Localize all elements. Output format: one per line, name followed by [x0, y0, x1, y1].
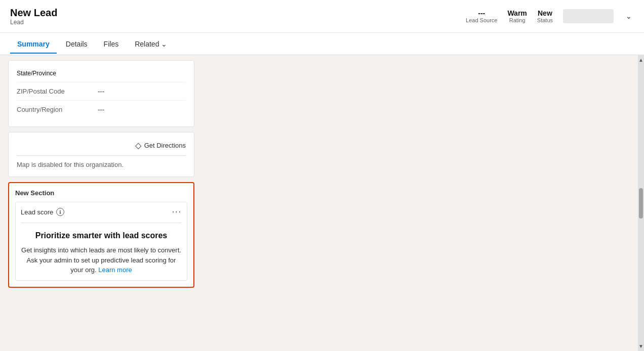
lead-score-heading: Prioritize smarter with lead scores	[21, 231, 182, 240]
zip-row: ZIP/Postal Code ---	[17, 82, 186, 101]
lead-score-header: Lead score ℹ ···	[21, 207, 182, 216]
right-panel: ▲ ▼	[203, 55, 644, 351]
zip-value: ---	[98, 87, 104, 95]
nav-tabs: Summary Details Files Related ⌄	[0, 33, 644, 55]
map-card: ◇ Get Directions Map is disabled for thi…	[8, 132, 194, 177]
new-status-field[interactable]: New Status	[537, 9, 553, 24]
tab-details[interactable]: Details	[59, 35, 95, 53]
scroll-down-arrow[interactable]: ▼	[636, 341, 644, 351]
tab-files[interactable]: Files	[97, 35, 126, 53]
header-fields: --- Lead Source Warm Rating New Status ⌄	[466, 9, 634, 24]
new-section-title: New Section	[15, 189, 187, 197]
get-directions-button[interactable]: ◇ Get Directions	[135, 141, 186, 150]
lead-score-content: Prioritize smarter with lead scores Get …	[21, 223, 182, 275]
new-status-label: Status	[537, 17, 553, 23]
zip-label: ZIP/Postal Code	[17, 87, 98, 95]
country-label: Country/Region	[17, 106, 98, 113]
lead-score-body: Get insights into which leads are most l…	[21, 245, 182, 275]
header-action-button[interactable]	[563, 9, 614, 23]
scroll-thumb[interactable]	[639, 188, 643, 218]
new-section-card: New Section Lead score ℹ ··· Prioritize …	[8, 182, 194, 288]
lead-score-label: Lead score	[21, 208, 53, 216]
page-subtitle: Lead	[10, 19, 57, 26]
address-card-content: State/Province ZIP/Postal Code --- Count…	[9, 61, 194, 126]
more-options-button[interactable]: ···	[172, 207, 182, 216]
state-province-label: State/Province	[17, 70, 98, 77]
lead-source-label: Lead Source	[466, 17, 497, 23]
country-row: Country/Region ---	[17, 101, 186, 118]
right-scrollbar[interactable]: ▲ ▼	[638, 55, 644, 351]
new-status-value: New	[538, 9, 552, 18]
address-card: State/Province ZIP/Postal Code --- Count…	[8, 60, 194, 127]
tab-related[interactable]: Related ⌄	[128, 35, 174, 53]
country-value: ---	[98, 106, 104, 113]
diamond-icon: ◇	[135, 141, 141, 150]
scroll-up-arrow[interactable]: ▲	[636, 55, 644, 65]
warm-rating-label: Rating	[509, 17, 526, 23]
get-directions-label: Get Directions	[144, 142, 186, 149]
lead-source-field[interactable]: --- Lead Source	[466, 9, 497, 24]
map-divider	[17, 155, 186, 156]
info-icon[interactable]: ℹ	[56, 208, 64, 216]
learn-more-link[interactable]: Learn more	[98, 266, 132, 274]
page-header: New Lead Lead --- Lead Source Warm Ratin…	[0, 0, 644, 33]
main-content: State/Province ZIP/Postal Code --- Count…	[0, 55, 644, 351]
warm-rating-value: Warm	[507, 9, 527, 18]
lead-score-card: Lead score ℹ ··· Prioritize smarter with…	[15, 202, 187, 281]
lead-source-value: ---	[478, 9, 485, 18]
lead-score-label-wrap: Lead score ℹ	[21, 208, 64, 216]
left-panel: State/Province ZIP/Postal Code --- Count…	[0, 55, 203, 351]
warm-rating-field[interactable]: Warm Rating	[507, 9, 527, 24]
header-title-section: New Lead Lead	[10, 7, 57, 26]
state-province-row: State/Province	[17, 65, 186, 82]
page-title: New Lead	[10, 7, 57, 19]
map-disabled-text: Map is disabled for this organization.	[17, 161, 124, 168]
header-chevron-icon[interactable]: ⌄	[624, 10, 634, 22]
tab-summary[interactable]: Summary	[10, 35, 57, 53]
related-chevron-icon: ⌄	[161, 40, 167, 48]
